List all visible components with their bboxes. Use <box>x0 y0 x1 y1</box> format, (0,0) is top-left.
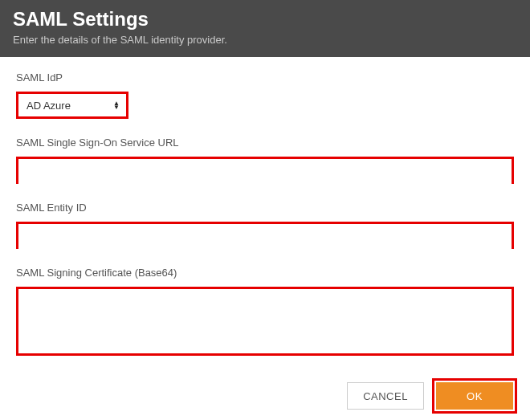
cancel-button[interactable]: CANCEL <box>347 382 424 410</box>
field-group-sso-url: SAML Single Sign-On Service URL <box>16 137 514 184</box>
select-saml-idp-value: AD Azure <box>26 100 71 112</box>
input-wrap-sso-url <box>16 157 514 184</box>
label-signing-cert: SAML Signing Certificate (Base64) <box>16 267 514 279</box>
input-sso-url[interactable] <box>18 159 512 186</box>
updown-caret-icon: ▲▼ <box>113 101 120 109</box>
dialog-title: SAML Settings <box>13 8 517 31</box>
textarea-signing-cert[interactable] <box>18 289 512 353</box>
label-sso-url: SAML Single Sign-On Service URL <box>16 137 514 149</box>
label-entity-id: SAML Entity ID <box>16 202 514 214</box>
button-row: CANCEL OK <box>0 372 530 420</box>
dialog-subtitle: Enter the details of the SAML identity p… <box>13 34 517 46</box>
dialog-header: SAML Settings Enter the details of the S… <box>0 0 530 57</box>
field-group-entity-id: SAML Entity ID <box>16 202 514 249</box>
input-entity-id[interactable] <box>18 224 512 251</box>
field-group-signing-cert: SAML Signing Certificate (Base64) <box>16 267 514 356</box>
ok-button[interactable]: OK <box>436 382 513 410</box>
input-wrap-entity-id <box>16 222 514 249</box>
ok-button-highlight: OK <box>432 378 517 414</box>
form-body: SAML IdP AD Azure ▲▼ SAML Single Sign-On… <box>0 57 530 372</box>
label-saml-idp: SAML IdP <box>16 71 514 84</box>
textarea-wrap-signing-cert <box>16 287 514 356</box>
select-saml-idp[interactable]: AD Azure ▲▼ <box>16 92 128 119</box>
field-group-idp: SAML IdP AD Azure ▲▼ <box>16 71 514 119</box>
